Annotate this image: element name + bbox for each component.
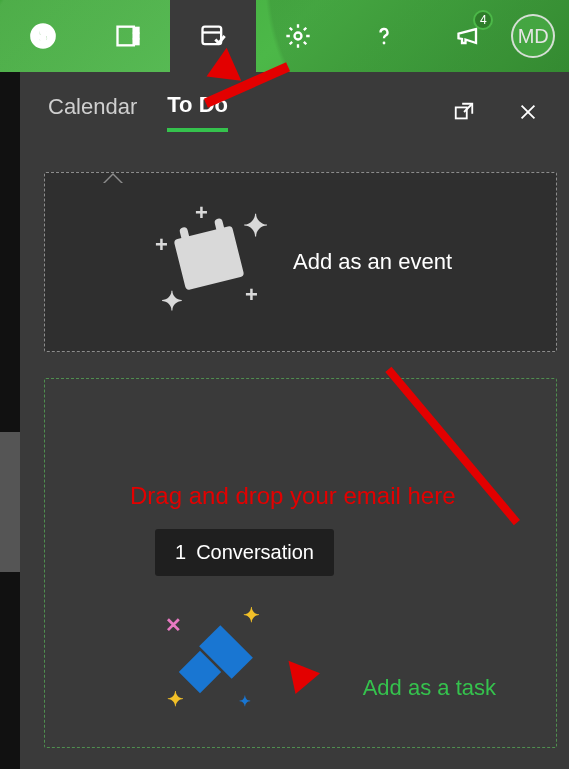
add-as-event-dropzone[interactable]: + + ✦ ✦ + Add as an event: [44, 172, 557, 352]
event-zone-label: Add as an event: [293, 249, 452, 275]
background-content-sliver: [0, 72, 20, 769]
skype-icon[interactable]: S: [0, 0, 85, 72]
svg-point-7: [295, 33, 302, 40]
settings-icon[interactable]: [256, 0, 341, 72]
svg-point-8: [382, 42, 385, 45]
drag-text: Conversation: [196, 541, 314, 564]
popout-icon[interactable]: [447, 95, 481, 129]
megaphone-icon[interactable]: 4: [426, 0, 511, 72]
svg-rect-9: [456, 107, 467, 118]
help-icon[interactable]: [341, 0, 426, 72]
todo-icon[interactable]: [170, 0, 255, 72]
drag-count: 1: [175, 541, 186, 564]
svg-rect-4: [134, 34, 139, 39]
calendar-sparkle-icon: + + ✦ ✦ +: [149, 202, 269, 322]
notification-badge: 4: [473, 10, 493, 30]
svg-text:S: S: [37, 26, 49, 46]
my-day-panel: Calendar To Do + + ✦ ✦ + Add as an event…: [20, 72, 569, 769]
account-avatar[interactable]: MD: [511, 14, 555, 58]
tab-todo[interactable]: To Do: [167, 92, 228, 132]
panel-tabs: Calendar To Do: [20, 72, 569, 148]
todo-sparkle-icon: ✕ ✦ ✦ ✦: [165, 607, 285, 717]
close-icon[interactable]: [511, 95, 545, 129]
task-zone-label: Add as a task: [363, 675, 496, 701]
tab-calendar[interactable]: Calendar: [48, 94, 137, 130]
add-as-task-dropzone[interactable]: 1 Conversation ✕ ✦ ✦ ✦ Add as a task: [44, 378, 557, 748]
suite-header: S 4 MD: [0, 0, 569, 72]
onenote-icon[interactable]: [85, 0, 170, 72]
svg-rect-3: [134, 28, 139, 33]
svg-rect-2: [117, 27, 133, 46]
drag-preview-badge: 1 Conversation: [155, 529, 334, 576]
svg-rect-5: [134, 40, 139, 45]
